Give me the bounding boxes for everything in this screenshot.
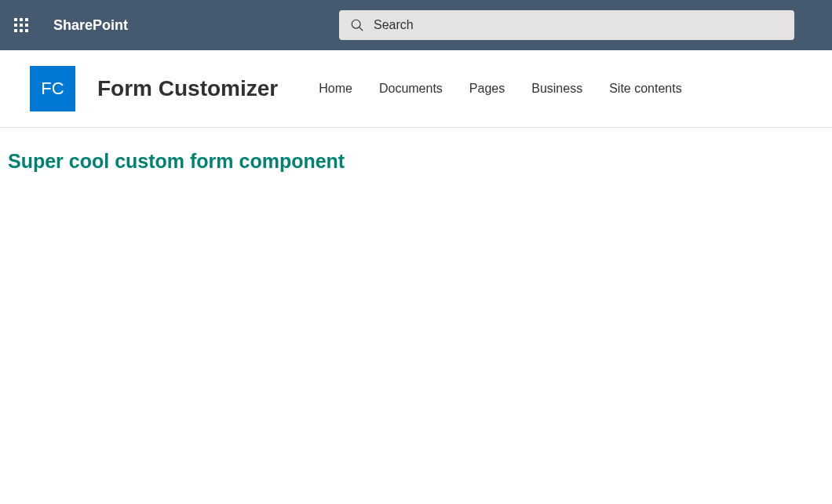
brand-label: SharePoint (53, 17, 128, 34)
svg-line-1 (359, 27, 363, 31)
nav-link-home[interactable]: Home (319, 82, 352, 96)
search-input[interactable] (374, 18, 783, 32)
app-launcher-button[interactable] (0, 0, 42, 50)
search-icon (350, 18, 364, 32)
nav-link-documents[interactable]: Documents (379, 82, 443, 96)
nav-link-business[interactable]: Business (531, 82, 582, 96)
waffle-icon (14, 18, 28, 32)
site-header: FC Form Customizer Home Documents Pages … (0, 50, 832, 128)
nav-link-site-contents[interactable]: Site contents (609, 82, 682, 96)
suite-nav-bar: SharePoint (0, 0, 832, 50)
page-content: Super cool custom form component (0, 128, 832, 195)
site-title[interactable]: Form Customizer (97, 76, 278, 101)
site-logo[interactable]: FC (30, 66, 75, 111)
custom-form-heading: Super cool custom form component (8, 150, 824, 173)
nav-link-pages[interactable]: Pages (469, 82, 505, 96)
site-nav: Home Documents Pages Business Site conte… (319, 82, 681, 96)
search-box[interactable] (339, 10, 794, 40)
